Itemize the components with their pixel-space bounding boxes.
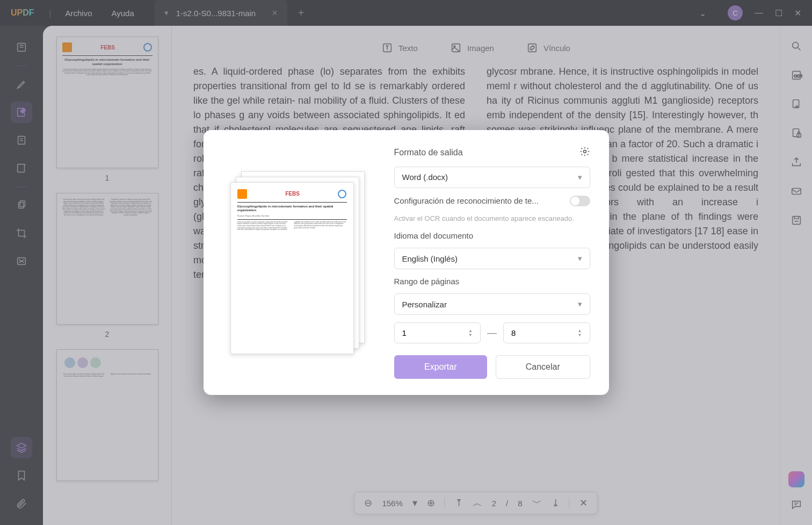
language-label: Idioma del documento (394, 231, 590, 240)
cancel-button[interactable]: Cancelar (496, 355, 590, 379)
chevron-down-icon: ▾ (578, 172, 582, 182)
range-from-input[interactable]: 1 ▲▼ (394, 322, 481, 343)
svg-point-19 (583, 150, 586, 153)
format-select[interactable]: Word (.docx)▾ (394, 167, 590, 188)
ocr-label: Configuración de reconocimiento de te... (394, 196, 539, 205)
stepper-down-icon[interactable]: ▼ (578, 333, 582, 337)
output-format-label: Formato de salida (394, 148, 463, 157)
language-select[interactable]: English (Inglés)▾ (394, 248, 590, 269)
export-modal: FEBS Glycosphingolipids in microdomain f… (204, 130, 609, 395)
settings-icon[interactable] (579, 146, 590, 159)
ocr-hint: Activar el OCR cuando el documento apare… (394, 214, 590, 224)
stepper-down-icon[interactable]: ▼ (468, 333, 473, 337)
modal-preview: FEBS Glycosphingolipids in microdomain f… (222, 146, 373, 379)
range-dash: — (487, 327, 497, 339)
range-select[interactable]: Personalizar▾ (394, 293, 590, 315)
ocr-toggle[interactable] (570, 196, 590, 206)
chevron-down-icon: ▾ (578, 299, 582, 309)
chevron-down-icon: ▾ (578, 254, 582, 263)
modal-overlay: FEBS Glycosphingolipids in microdomain f… (0, 0, 812, 525)
export-button[interactable]: Exportar (394, 355, 488, 379)
range-label: Rango de páginas (394, 277, 590, 286)
range-to-input[interactable]: 8 ▲▼ (503, 322, 590, 343)
